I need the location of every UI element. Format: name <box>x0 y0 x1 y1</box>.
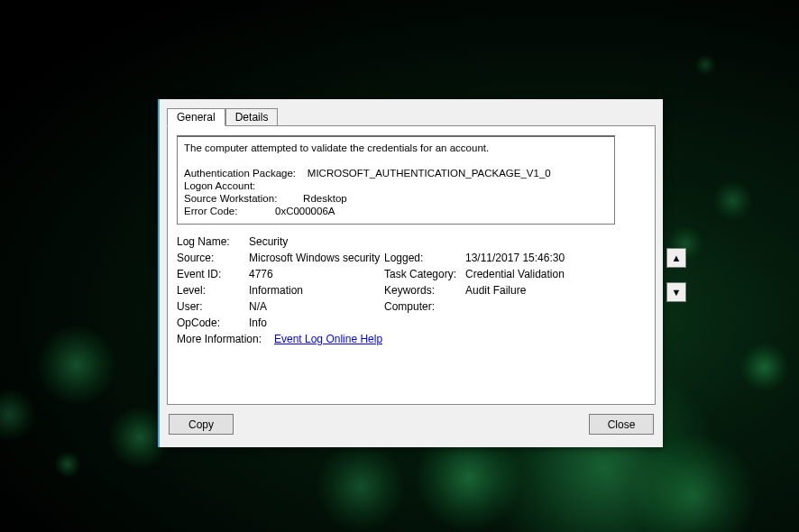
source-label: Source: <box>177 252 249 264</box>
previous-event-button[interactable]: ▲ <box>666 248 686 268</box>
computer-value <box>465 300 615 313</box>
user-label: User: <box>177 300 249 313</box>
source-value: Microsoft Windows security <box>249 252 384 264</box>
opcode-label: OpCode: <box>177 316 249 329</box>
next-event-button[interactable]: ▼ <box>666 282 686 302</box>
event-description-box: The computer attempted to validate the c… <box>177 135 615 225</box>
level-label: Level: <box>177 284 249 297</box>
user-value: N/A <box>249 300 384 313</box>
computer-label: Computer: <box>384 300 465 313</box>
event-log-online-help-link[interactable]: Event Log Online Help <box>274 333 382 345</box>
level-value: Information <box>249 284 384 297</box>
more-info-label: More Information: <box>177 333 274 345</box>
close-button[interactable]: Close <box>589 414 654 435</box>
src-ws-label: Source Workstation: <box>184 193 277 204</box>
arrow-down-icon: ▼ <box>672 287 682 298</box>
src-ws-value: Rdesktop <box>303 193 347 204</box>
event-id-value: 4776 <box>249 268 384 280</box>
event-properties-dialog: General Details The computer attempted t… <box>158 99 663 447</box>
dialog-footer: Copy Close <box>160 405 663 442</box>
event-fields: Log Name: Security Source: Microsoft Win… <box>177 235 615 345</box>
log-name-value: Security <box>249 235 384 248</box>
opcode-value: Info <box>249 316 384 329</box>
auth-pkg-value: MICROSOFT_AUTHENTICATION_PACKAGE_V1_0 <box>308 168 551 179</box>
tab-panel-general: The computer attempted to validate the c… <box>167 125 656 405</box>
desc-line1: The computer attempted to validate the c… <box>184 142 489 153</box>
err-value: 0xC000006A <box>275 206 335 216</box>
logon-acct-label: Logon Account: <box>184 180 255 191</box>
keywords-label: Keywords: <box>384 284 465 297</box>
tab-strip: General Details <box>167 106 656 125</box>
keywords-value: Audit Failure <box>465 284 615 297</box>
event-id-label: Event ID: <box>177 268 249 280</box>
auth-pkg-label: Authentication Package: <box>184 168 296 179</box>
task-category-value: Credential Validation <box>465 268 615 280</box>
tab-details[interactable]: Details <box>225 108 279 125</box>
logged-value: 13/11/2017 15:46:30 <box>465 252 615 264</box>
tab-general[interactable]: General <box>167 108 225 126</box>
task-category-label: Task Category: <box>384 268 465 280</box>
copy-button[interactable]: Copy <box>169 414 234 435</box>
logged-label: Logged: <box>384 252 465 264</box>
log-name-label: Log Name: <box>177 235 249 248</box>
arrow-up-icon: ▲ <box>672 252 682 263</box>
err-label: Error Code: <box>184 206 237 216</box>
